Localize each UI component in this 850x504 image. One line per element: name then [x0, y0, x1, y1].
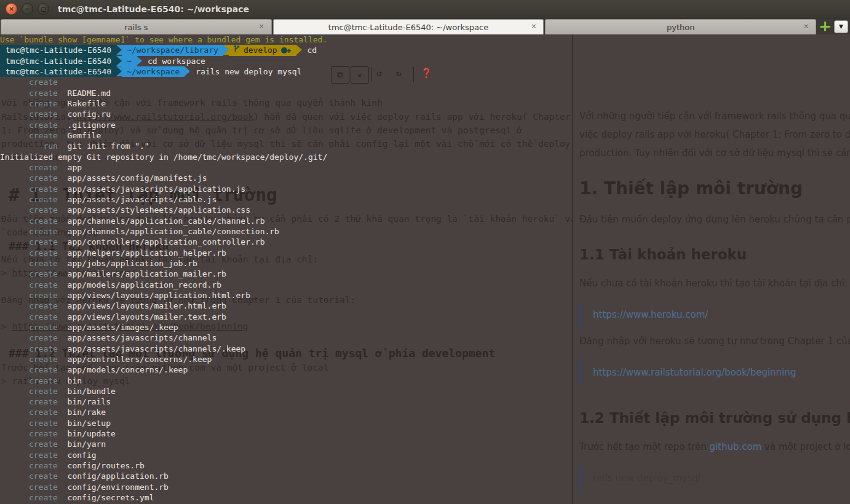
terminal-output-row: create app/assets/config/manifest.js — [0, 173, 850, 183]
git-branch-name: develop — [244, 45, 277, 55]
terminal-output-row: create config/routes.rb — [0, 460, 850, 471]
powerline-arrow-icon — [296, 45, 302, 55]
terminal-output-row: create app/jobs/application_job.rb — [0, 258, 850, 269]
rails-action-label: create — [0, 312, 58, 321]
rails-action-label: create — [0, 376, 58, 385]
rails-action-label: create — [0, 163, 58, 172]
created-file-path: app/assets/stylesheets/application.css — [58, 205, 250, 215]
maximize-window-button[interactable]: ◻ — [38, 3, 49, 15]
rails-action-label: create — [0, 291, 58, 300]
rails-action-label: create — [0, 408, 58, 417]
powerline-arrow-icon — [116, 66, 122, 76]
rails-action-label: create — [0, 482, 58, 492]
bundler-hint-text: Use `bundle show [gemname]` to see where… — [0, 35, 327, 44]
rails-action-label: create — [0, 131, 58, 140]
terminal-output-row: create app — [0, 162, 850, 173]
created-file-path: Gemfile — [58, 131, 101, 140]
terminal-output-row: create app/models/concerns/.keep — [0, 364, 850, 375]
git-dirty-plus-icon: ✚ — [281, 45, 292, 55]
powerline-arrow-icon — [116, 45, 122, 55]
terminal-output-row: create README.md — [0, 88, 850, 98]
minimize-window-button[interactable]: − — [22, 3, 33, 15]
rails-action-label: create — [0, 323, 58, 332]
created-file-path: bin/update — [58, 429, 116, 438]
terminal-window: × − ◻ tmc@tmc-Latitude-E6540: ~/workspac… — [0, 0, 850, 504]
title-bar: × − ◻ tmc@tmc-Latitude-E6540: ~/workspac… — [0, 0, 850, 18]
created-file-path: README.md — [58, 89, 111, 98]
terminal-output-row: create app/helpers/application_helper.rb — [0, 248, 850, 258]
terminal-tab-1[interactable]: rails s× — [1, 19, 272, 34]
rails-action-label: create — [0, 397, 58, 406]
terminal-tab-3[interactable]: python× — [545, 19, 816, 34]
tab-list-dropdown-button[interactable]: ▼ — [834, 20, 848, 33]
tab-close-icon[interactable]: × — [529, 22, 538, 31]
powerline-arrow-icon — [137, 56, 142, 66]
terminal-info-line: Use `bundle show [gemname]` to see where… — [0, 34, 850, 45]
tab-bar: rails s×tmc@tmc-Latitude-E6540: ~/worksp… — [0, 18, 850, 34]
rails-action-label: create — [0, 419, 58, 428]
terminal-tab-2[interactable]: tmc@tmc-Latitude-E6540: ~/workspace× — [273, 19, 544, 34]
prompt-line-2: tmc@tmc-Latitude-E6540~cd workspace — [0, 56, 850, 66]
created-file-path: Rakefile — [58, 99, 106, 108]
prompt-directory: ~/workspace — [122, 66, 185, 77]
tab-label: python — [651, 23, 710, 32]
created-file-path: app/assets/images/.keep — [58, 323, 178, 332]
rails-action-label: create — [0, 439, 58, 449]
rails-action-label: create — [0, 451, 58, 460]
prompt-hostname: tmc@tmc-Latitude-E6540 — [0, 66, 116, 77]
rails-action-label: create — [0, 99, 58, 108]
terminal-output-row: create app/assets/javascripts/channels — [0, 333, 850, 343]
git-branch-icon — [234, 45, 240, 55]
terminal-output-row: Initialized empty Git repository in /hom… — [0, 152, 850, 162]
terminal-output-row: create — [0, 77, 850, 87]
terminal-output-row: create Rakefile — [0, 98, 850, 109]
terminal-output-row: create Gemfile — [0, 130, 850, 141]
created-file-path: config — [58, 451, 97, 460]
created-file-path: app/assets/config/manifest.js — [58, 173, 207, 183]
prompt-directory: ~ — [122, 56, 137, 66]
created-file-path: app/models/concerns/.keep — [58, 365, 188, 374]
rails-action-label: create — [0, 248, 58, 258]
created-file-path: bin/yarn — [58, 439, 106, 449]
terminal-output-row: create config.ru — [0, 109, 850, 119]
prompt-hostname: tmc@tmc-Latitude-E6540 — [0, 56, 116, 66]
terminal-output: Use `bundle show [gemname]` to see where… — [0, 34, 850, 504]
terminal-output-row: create app/assets/javascripts/applicatio… — [0, 184, 850, 194]
created-file-path: config/application.rb — [58, 471, 169, 481]
rails-action-label: create — [0, 344, 58, 353]
terminal-output-row: create .gitignore — [0, 120, 850, 130]
rails-action-label: create — [0, 387, 58, 396]
rails-action-label: create — [0, 237, 58, 246]
terminal-output-row: create app/mailers/application_mailer.rb — [0, 269, 850, 279]
created-file-path: app/views/layouts/application.html.erb — [58, 291, 250, 300]
rails-action-label: create — [0, 493, 58, 502]
prompt-directory: ~/workspace/library — [122, 45, 223, 55]
created-file-path: app/assets/javascripts/cable.js — [58, 195, 216, 204]
terminal-output-row: create bin/bundle — [0, 386, 850, 396]
prompt-command: cd workspace — [142, 56, 205, 66]
created-file-path: .gitignore — [58, 120, 116, 130]
terminal-pane[interactable]: ⧉✕↺↻❓ Với những người tiếp cận với frame… — [0, 34, 850, 504]
terminal-output-row: create config/environment.rb — [0, 482, 850, 492]
new-tab-button[interactable]: + — [819, 20, 832, 33]
created-file-path: app — [58, 163, 82, 172]
tab-close-icon[interactable]: × — [801, 22, 811, 31]
terminal-output-row: create bin/rake — [0, 407, 850, 417]
created-file-path: config.ru — [58, 109, 111, 119]
rails-action-label: create — [0, 109, 58, 119]
terminal-output-row: create bin/yarn — [0, 439, 850, 449]
terminal-output-row: create app/assets/stylesheets/applicatio… — [0, 205, 850, 215]
created-file-path: config/routes.rb — [58, 461, 145, 470]
rails-action-label: create — [0, 259, 58, 268]
rails-action-label: create — [0, 355, 58, 364]
rails-action-label: create — [0, 77, 58, 87]
tab-label: rails s — [108, 23, 164, 32]
prompt-line-1: tmc@tmc-Latitude-E6540~/workspace/librar… — [0, 45, 850, 55]
created-file-path: bin/setup — [58, 419, 111, 428]
tab-close-icon[interactable]: × — [257, 22, 266, 31]
created-file-path: bin/bundle — [58, 387, 116, 396]
created-file-path: app/controllers/concerns/.keep — [58, 355, 212, 364]
close-window-button[interactable]: × — [6, 3, 17, 15]
terminal-output-row: create app/views/layouts/application.htm… — [0, 290, 850, 301]
created-file-path: git init from "." — [58, 141, 149, 151]
